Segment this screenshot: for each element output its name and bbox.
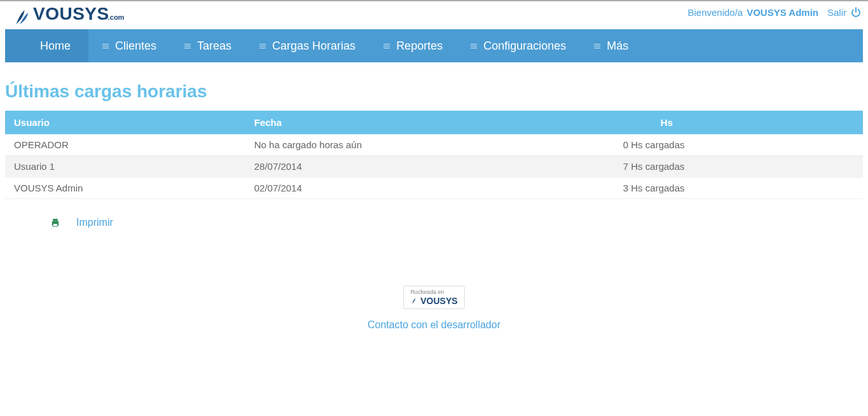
nav-tareas-label: Tareas xyxy=(197,39,231,53)
cell-fecha: 02/07/2014 xyxy=(245,177,614,199)
menu-icon xyxy=(184,44,191,48)
nav-cargas-horarias[interactable]: Cargas Horarias xyxy=(245,29,369,62)
menu-icon xyxy=(594,44,600,48)
cell-fecha: 28/07/2014 xyxy=(245,156,614,177)
col-fecha: Fecha xyxy=(245,111,614,134)
svg-rect-4 xyxy=(53,224,58,227)
leaf-icon xyxy=(11,8,31,27)
table-row: Usuario 1 28/07/2014 7 Hs cargadas xyxy=(5,156,863,177)
nav-mas-label: Más xyxy=(607,39,628,53)
nav-configuraciones[interactable]: Configuraciones xyxy=(457,29,580,62)
navbar: Home Clientes Tareas Cargas Horarias Rep… xyxy=(5,29,863,62)
nav-tareas[interactable]: Tareas xyxy=(170,29,245,62)
printer-icon[interactable] xyxy=(50,217,61,228)
cell-hs: 7 Hs cargadas xyxy=(614,156,863,177)
svg-rect-3 xyxy=(53,219,58,221)
print-link[interactable]: Imprimir xyxy=(76,217,113,228)
nav-cargas-label: Cargas Horarias xyxy=(272,39,355,53)
nav-reportes-label: Reportes xyxy=(396,39,443,53)
print-row: Imprimir xyxy=(50,217,868,228)
menu-icon xyxy=(471,44,477,48)
user-area: Bienvenido/a VOUSYS Admin Salir xyxy=(687,5,862,18)
logo-suffix: .com xyxy=(108,13,125,21)
nav-clientes[interactable]: Clientes xyxy=(88,29,170,62)
footer-contact-link[interactable]: Contacto con el desarrollador xyxy=(0,319,868,331)
welcome-prefix: Bienvenido/a xyxy=(687,7,743,18)
cell-usuario: OPERADOR xyxy=(5,134,245,156)
logo-text: VOUSYS xyxy=(33,4,109,24)
table-row: OPERADOR No ha cargado horas aún 0 Hs ca… xyxy=(5,134,863,156)
footer-logo-text: VOUSYS xyxy=(420,296,457,306)
cell-hs: 0 Hs cargadas xyxy=(614,134,863,156)
menu-icon xyxy=(259,44,266,48)
footer: Rockeada en VOUSYS Contacto con el desar… xyxy=(0,286,868,356)
menu-icon xyxy=(383,44,390,48)
nav-home[interactable]: Home xyxy=(5,29,88,62)
nav-home-label: Home xyxy=(40,39,71,53)
logout-link[interactable]: Salir xyxy=(827,7,846,18)
nav-reportes[interactable]: Reportes xyxy=(369,29,457,62)
hours-table: Usuario Fecha Hs OPERADOR No ha cargado … xyxy=(5,111,863,199)
table-row: VOUSYS Admin 02/07/2014 3 Hs cargadas xyxy=(5,177,863,199)
cell-hs: 3 Hs cargadas xyxy=(614,177,863,199)
col-hs: Hs xyxy=(614,111,863,134)
nav-config-label: Configuraciones xyxy=(483,39,566,53)
leaf-icon xyxy=(410,297,418,305)
logo[interactable]: VOUSYS.com xyxy=(11,5,124,23)
footer-rock-label: Rockeada en xyxy=(410,289,457,295)
nav-mas[interactable]: Más xyxy=(580,29,642,62)
user-name: VOUSYS Admin xyxy=(747,7,818,18)
cell-usuario: Usuario 1 xyxy=(5,156,245,177)
cell-usuario: VOUSYS Admin xyxy=(5,177,245,199)
menu-icon xyxy=(102,44,109,48)
table-header-row: Usuario Fecha Hs xyxy=(5,111,863,134)
cell-fecha: No ha cargado horas aún xyxy=(245,134,614,156)
power-icon[interactable] xyxy=(850,6,862,18)
page-title: Últimas cargas horarias xyxy=(5,81,863,102)
topbar: VOUSYS.com Bienvenido/a VOUSYS Admin Sal… xyxy=(0,1,868,29)
col-usuario: Usuario xyxy=(5,111,245,134)
footer-card[interactable]: Rockeada en VOUSYS xyxy=(403,286,464,309)
nav-clientes-label: Clientes xyxy=(115,39,156,53)
